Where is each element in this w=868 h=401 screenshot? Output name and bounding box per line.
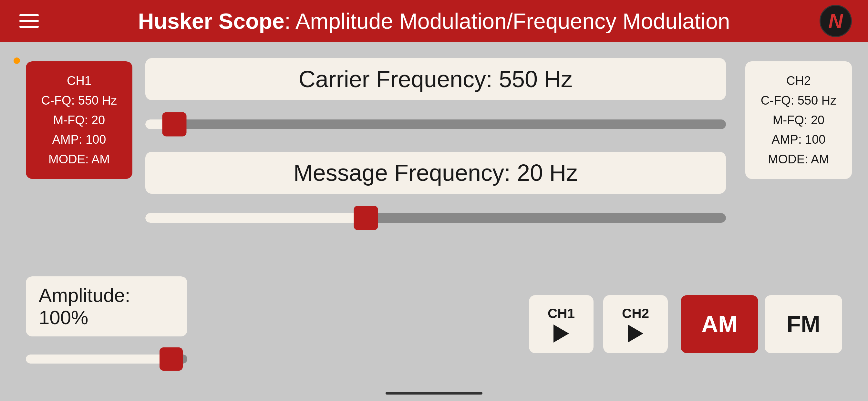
fm-button[interactable]: FM <box>765 295 842 353</box>
am-button-label: AM <box>702 311 738 337</box>
amplitude-thumb[interactable] <box>159 347 183 371</box>
ch2-carrier-freq: C-FQ: 550 Hz <box>753 91 844 111</box>
ch2-info-box: CH2 C-FQ: 550 Hz M-FQ: 20 AMP: 100 MODE:… <box>745 61 852 179</box>
am-button[interactable]: AM <box>681 295 758 353</box>
ch2-message-freq: M-FQ: 20 <box>753 111 844 130</box>
ch2-button[interactable]: CH2 <box>603 295 668 353</box>
ch1-message-freq: M-FQ: 20 <box>34 111 124 130</box>
amplitude-slider-container <box>26 346 187 372</box>
menu-icon[interactable] <box>20 14 39 28</box>
ch1-mode: MODE: AM <box>34 150 124 169</box>
nebraska-logo: N <box>819 5 852 37</box>
ch1-play-icon <box>554 325 569 343</box>
center-controls: Carrier Frequency: 550 Hz Message Freque… <box>145 58 726 245</box>
message-freq-thumb[interactable] <box>354 206 378 230</box>
header: Husker Scope: Amplitude Modulation/Frequ… <box>0 0 868 42</box>
logo-letter: N <box>829 11 843 31</box>
ch2-button-label: CH2 <box>622 306 649 321</box>
message-freq-track-left <box>145 213 366 223</box>
ch2-amplitude: AMP: 100 <box>753 130 844 150</box>
amplitude-display: Amplitude: 100% <box>26 276 187 336</box>
ch1-button-label: CH1 <box>548 306 575 321</box>
ch1-channel-label: CH1 <box>34 71 124 91</box>
ch1-info-box: CH1 C-FQ: 550 Hz M-FQ: 20 AMP: 100 MODE:… <box>26 61 132 179</box>
main-content: CH1 C-FQ: 550 Hz M-FQ: 20 AMP: 100 MODE:… <box>0 42 868 401</box>
amplitude-track[interactable] <box>26 354 187 364</box>
message-freq-slider-container <box>145 204 726 233</box>
fm-button-label: FM <box>786 311 820 337</box>
ch1-amplitude: AMP: 100 <box>34 130 124 150</box>
ch1-button[interactable]: CH1 <box>529 295 593 353</box>
ch1-carrier-freq: C-FQ: 550 Hz <box>34 91 124 111</box>
amplitude-section: Amplitude: 100% <box>26 276 187 372</box>
bottom-indicator <box>385 392 483 395</box>
carrier-freq-display: Carrier Frequency: 550 Hz <box>145 58 726 100</box>
message-freq-track[interactable] <box>145 213 726 223</box>
ch2-mode: MODE: AM <box>753 150 844 169</box>
bottom-row: Amplitude: 100% CH1 CH2 AM <box>26 276 842 372</box>
carrier-freq-track[interactable] <box>145 120 726 129</box>
message-freq-display: Message Frequency: 20 Hz <box>145 152 726 194</box>
ch2-play-icon <box>628 325 643 343</box>
amplitude-track-left <box>26 354 171 364</box>
header-title: Husker Scope: Amplitude Modulation/Frequ… <box>138 8 730 34</box>
header-title-bold: Husker Scope <box>138 9 284 33</box>
channel-buttons: CH1 CH2 <box>529 295 668 353</box>
header-title-normal: Amplitude Modulation/Frequency Modulatio… <box>296 9 730 33</box>
header-title-separator: : <box>284 9 296 33</box>
mode-buttons: AM FM <box>681 295 842 353</box>
carrier-freq-slider-container <box>145 110 726 139</box>
carrier-freq-thumb[interactable] <box>162 112 186 136</box>
ch2-channel-label: CH2 <box>753 71 844 91</box>
